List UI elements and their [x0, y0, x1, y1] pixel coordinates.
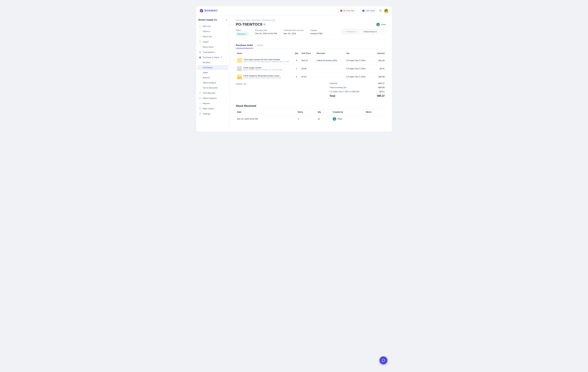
sidebar-item-stock-in[interactable]: ↓Stock In	[197, 29, 228, 34]
table-row[interactable]: Fresh Seaberry Restorative Body Cream$7.…	[236, 73, 386, 81]
brand-logo[interactable]: ⚡ BOXHERO	[200, 9, 217, 12]
item-amount: $40.86	[373, 73, 386, 81]
sidebar-item-purchase-sales[interactable]: ▣ Purchase & Sales β ˄	[197, 55, 228, 60]
col-items: Items	[236, 50, 293, 56]
item-qty: 1	[293, 65, 300, 73]
purchase-date-value: Dec 16, 2024 10:02 PM	[255, 32, 277, 35]
plus-circle-icon: ⊕	[199, 97, 201, 99]
breadcrumb: Purchase & Sales / Purchases / Purchase …	[236, 19, 386, 21]
title-row: PO-T0EWTOC8 ⧉ 🧑 Peter	[236, 22, 386, 26]
sidebar-item-stock-out[interactable]: ↑Stock Out	[197, 34, 228, 39]
notifications-icon[interactable]	[379, 9, 382, 12]
item-meta: $7.62 / $32.00 / Fresh / Body / Hair / F…	[243, 77, 281, 79]
eta-value: Dec 16, 2024	[284, 32, 304, 35]
help-icon: ?	[362, 10, 364, 12]
col-tax: Tax	[345, 50, 373, 56]
trial-button[interactable]: ! On Free Trial ›	[338, 9, 358, 13]
sidebar-item-move-stock[interactable]: →Move Stock	[197, 44, 228, 50]
item-name: Fresh Sugar Lychee	[243, 66, 282, 69]
sidebar-item-settings[interactable]: ⚙Settings˅	[197, 111, 228, 116]
dots-icon: ⋯	[382, 31, 384, 33]
received-items: 3	[297, 115, 316, 123]
sidebar-item-data-center[interactable]: ☰Data Center˅	[197, 106, 228, 111]
excl-tax-value: $89.86	[372, 86, 385, 88]
chevron-up-icon: ˄	[226, 56, 227, 58]
table-row[interactable]: Fresh Sugar Lychee$3.65 / $65.00 / Fresh…	[236, 65, 386, 73]
item-thumb	[237, 66, 242, 71]
col-date: Date	[236, 109, 297, 115]
subtotal-value: $96.37	[372, 82, 385, 85]
main-layout: ‹ Beauty Supply Co. ⇅ ▢Item List ↓Stock …	[196, 15, 392, 132]
item-tax: CA Sales Tax (7.25%)	[345, 73, 373, 81]
stock-received-title: Stock Received	[236, 104, 386, 108]
caret-down-icon: ▼	[245, 33, 247, 35]
info-row: Status Received ▼ Purchase Date Dec 16, …	[236, 29, 386, 39]
check-icon: ✓	[343, 31, 345, 33]
supplier-block: Supplier Amazon FBA	[307, 29, 326, 36]
header: ⚡ BOXHERO ! On Free Trial › ? User Guide…	[196, 6, 392, 15]
sidebar-item-other-features[interactable]: ⊕Other Features˅	[197, 96, 228, 101]
total-label: Total	[329, 95, 366, 97]
item-name: Yves Saint Laurent All Over Glow Powder	[243, 58, 289, 61]
sidebar-subitem-returns[interactable]: Returns	[197, 75, 228, 80]
breadcrumb-link[interactable]: Purchases	[252, 19, 261, 21]
tab-purchase-order[interactable]: Purchase Order	[236, 42, 253, 48]
partial-stock-in-button[interactable]: ↓ Partial Stock In	[359, 29, 379, 34]
breadcrumb-link[interactable]: Purchase & Sales	[236, 19, 250, 21]
item-counter: 3 items / 10	[236, 83, 322, 85]
tab-status[interactable]: Status	[257, 42, 263, 48]
item-name: Fresh Seaberry Restorative Body Cream	[243, 75, 281, 77]
sidebar-subitem-sales-analysis[interactable]: Sales Analysis	[197, 80, 228, 85]
table-row[interactable]: Dec 16, 2024 10:02 PM 3 10 🧑Peter -	[236, 115, 386, 123]
table-row[interactable]: Yves Saint Laurent All Over Glow Powder$…	[236, 56, 386, 65]
arrow-right-icon: →	[199, 46, 201, 48]
brand-name: BOXHERO	[205, 9, 217, 12]
content-area: Purchase & Sales / Purchases / Purchase …	[230, 15, 392, 132]
sidebar-subitem-bundles[interactable]: Bundles	[197, 60, 228, 65]
sidebar-item-adjust[interactable]: ⇅Adjust	[197, 39, 228, 44]
col-qty: Qty	[316, 109, 332, 115]
breadcrumb-current: Purchase Order	[262, 19, 275, 21]
info-blocks: Status Received ▼ Purchase Date Dec 16, …	[236, 29, 326, 36]
chevron-down-icon: ˅	[226, 97, 227, 99]
col-qty: Qty	[293, 50, 300, 56]
gear-icon: ⚙	[199, 112, 201, 115]
item-discount: -	[315, 65, 345, 73]
status-dropdown[interactable]: Received ▼	[236, 32, 248, 36]
download-icon: ↓	[199, 30, 201, 33]
item-unit-price: $14.15	[300, 56, 315, 65]
received-by: Peter	[337, 118, 342, 120]
status-label: Status	[236, 29, 248, 32]
purchase-date-block: Purchase Date Dec 16, 2024 10:02 PM	[252, 29, 280, 36]
guide-label: User Guide	[365, 10, 375, 12]
col-discount: Discount	[315, 50, 345, 56]
upload-icon: ↑	[199, 35, 201, 38]
sidebar-item-transactions[interactable]: ▤Transactions	[197, 50, 228, 55]
stock-received-table: Date Items Qty Created by Memo Dec 16, 2…	[236, 109, 386, 122]
copy-icon[interactable]: ⧉	[263, 23, 265, 26]
collapse-sidebar-button[interactable]: ‹	[228, 23, 231, 27]
sidebar-subitem-sales[interactable]: Sales	[197, 70, 228, 75]
eta-label: Estimated time of arrival	[284, 29, 304, 32]
more-actions-button[interactable]: ⋯	[380, 29, 386, 34]
chevron-down-icon: ˅	[226, 113, 227, 115]
sidebar-item-item-list[interactable]: ▢Item List	[197, 23, 228, 29]
workspace-selector[interactable]: Beauty Supply Co. ⇅	[197, 18, 228, 23]
sort-icon: ⇅	[226, 19, 227, 21]
guide-button[interactable]: ? User Guide	[360, 9, 377, 13]
chevron-down-icon: ˅	[226, 108, 227, 109]
sidebar-item-reports[interactable]: ⫿Reports˅	[197, 101, 228, 106]
col-memo: Memo	[365, 109, 386, 115]
profile-avatar[interactable]: 🧑	[384, 9, 388, 13]
sidebar-subitem-purchases[interactable]: Purchases	[197, 65, 228, 70]
item-thumb	[237, 58, 242, 63]
trial-label: On Free Trial	[343, 10, 354, 12]
alert-icon: !	[340, 10, 342, 12]
item-discount: Online Exclusive (15%)	[315, 56, 345, 65]
adjust-icon: ⇅	[199, 41, 201, 43]
logo-icon: ⚡	[200, 9, 203, 12]
purchase-date-label: Purchase Date	[255, 29, 277, 32]
sidebar-item-print-barcode[interactable]: ☰Print Barcode˅	[197, 90, 228, 96]
sidebar-subitem-tax-discounts[interactable]: Tax & Discounts	[197, 85, 228, 90]
received-qty: 10	[316, 115, 332, 123]
